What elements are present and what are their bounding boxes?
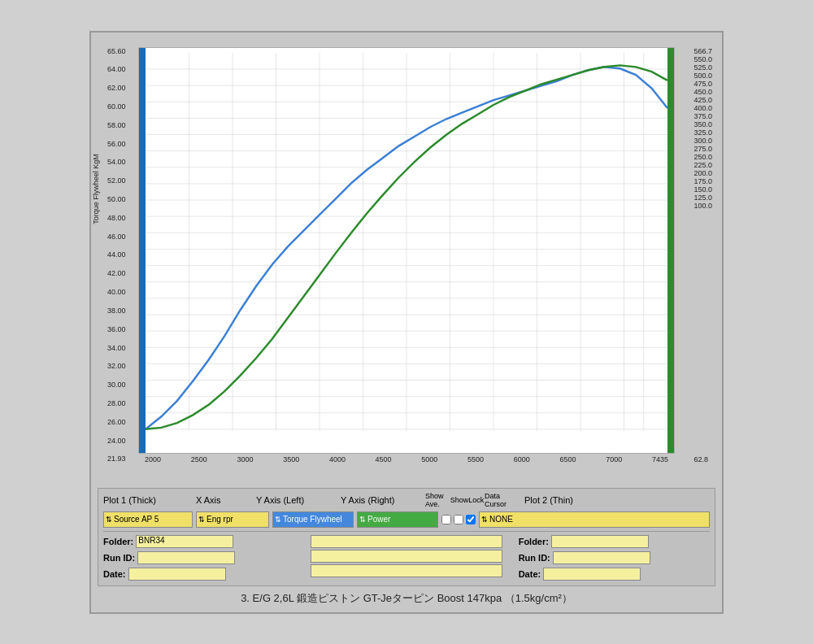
checkboxes-group [441,515,476,524]
none-combo[interactable]: ⇅ NONE [479,511,710,528]
run-id1-value[interactable] [137,551,235,564]
folder2-label: Folder: [519,537,549,546]
power-value: Power [367,515,436,524]
run-id2-row: Run ID: [519,551,710,564]
extra-field-3[interactable] [311,564,502,577]
source-combo-value: Source AP 5 [114,515,190,524]
run-id2-value[interactable] [553,551,650,564]
eng-rpr-arrow: ⇅ [198,516,205,524]
controls-area: Plot 1 (Thick) X Axis Y Axis (Left) Y Ax… [98,488,715,586]
torque-arrow: ⇅ [275,516,281,524]
show-ave-checkbox[interactable] [441,515,451,524]
left-axis-bar [139,48,146,453]
run-id1-row: Run ID: [103,551,294,564]
x-axis-labels: 2000 2500 3000 3500 4000 4500 5000 5500 … [138,455,675,463]
source-combo[interactable]: ⇅ Source AP 5 [103,511,193,528]
eng-rpr-value: Eng rpr [207,515,267,524]
extra-field-2[interactable] [311,550,502,563]
folder2-value[interactable] [551,535,649,548]
torque-combo[interactable]: ⇅ Torque Flywheel [272,511,354,528]
plot2-label: Plot 2 (Thin) [524,495,710,505]
right-axis-bar [667,48,674,453]
none-arrow: ⇅ [481,516,488,524]
show-ave-label: Show Ave. [425,492,450,508]
date1-value[interactable] [128,568,226,581]
yaxis-left-label: Y Axis (Left) [256,495,337,505]
main-container: 65.60 64.00 62.00 60.00 58.00 56.00 54.0… [89,31,724,614]
none-value: NONE [489,515,707,524]
data-cursor-label: Data Cursor [485,492,521,508]
run-id2-label: Run ID: [519,553,550,563]
run-id1-label: Run ID: [103,553,135,563]
extra-field-1[interactable] [311,535,502,548]
folder2-row: Folder: [519,535,710,548]
folder1-row: Folder: BNR34 [103,535,294,548]
xaxis-label: X Axis [196,495,253,505]
controls-header-row: Plot 1 (Thick) X Axis Y Axis (Left) Y Ax… [103,492,710,508]
show-lock-checkbox[interactable] [454,515,463,524]
data-cursor-checkbox[interactable] [466,515,476,524]
plot1-label: Plot 1 (Thick) [103,495,193,505]
caption: 3. E/G 2,6L 鍛造ピストン GT-Jeターピン Boost 147kp… [98,591,715,606]
yaxis-right-label: Y Axis (Right) [341,495,422,505]
left-fields: Folder: BNR34 Run ID: Date: [103,535,294,582]
fields-container: Folder: BNR34 Run ID: Date: [103,535,710,582]
y-axis-left-title: Torque Flywheel KgM [92,154,100,224]
section-divider [103,531,710,532]
torque-value: Torque Flywheel [283,515,351,524]
chart-wrapper: 65.60 64.00 62.00 60.00 58.00 56.00 54.0… [138,47,675,463]
folder1-value[interactable]: BNR34 [136,535,233,548]
source-combo-arrow: ⇅ [106,516,112,524]
middle-spacer [311,535,502,582]
date2-row: Date: [519,568,710,581]
y-axis-left: 65.60 64.00 62.00 60.00 58.00 56.00 54.0… [107,47,126,463]
date2-label: Date: [519,569,541,579]
controls-combo-row: ⇅ Source AP 5 ⇅ Eng rpr ⇅ Torque Flywhee… [103,511,710,528]
y-axis-right: 566.7 550.0 525.0 500.0 475.0 450.0 425.… [693,47,712,463]
chart-inner [146,48,667,453]
power-arrow: ⇅ [359,516,366,524]
chart-display [138,47,675,454]
right-fields: Folder: Run ID: Date: [519,535,710,582]
date1-label: Date: [103,569,126,579]
show-lock-label: ShowLock [453,496,481,504]
eng-rpr-combo[interactable]: ⇅ Eng rpr [196,511,269,528]
date2-value[interactable] [543,568,641,581]
date1-row: Date: [103,568,294,581]
folder1-label: Folder: [103,537,133,546]
chart-svg [146,48,667,453]
power-combo[interactable]: ⇅ Power [357,511,438,528]
